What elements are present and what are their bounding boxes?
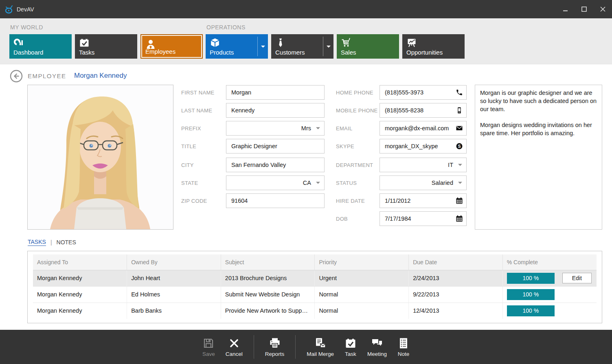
mobile-phone-icon bbox=[456, 107, 463, 114]
ribbon-button-dashboard[interactable]: Dashboard bbox=[9, 34, 72, 59]
calendar-icon bbox=[456, 215, 463, 222]
back-arrow-icon bbox=[10, 70, 23, 83]
ribbon-button-employees[interactable]: Employees bbox=[140, 34, 203, 59]
department-dropdown[interactable]: IT bbox=[379, 158, 467, 172]
email-icon bbox=[456, 125, 463, 132]
skype-field[interactable]: morgank_DX_skype S bbox=[379, 139, 467, 153]
mobile-phone-label: MOBILE PHONE bbox=[336, 107, 379, 114]
toolbar-separator bbox=[254, 335, 254, 359]
table-row[interactable]: Morgan Kennedy Ed Holmes Submit New Webs… bbox=[33, 286, 597, 303]
products-dropdown-arrow[interactable] bbox=[257, 37, 268, 56]
tab-separator: | bbox=[50, 239, 52, 246]
column-header-priority[interactable]: Priority bbox=[315, 254, 409, 270]
dob-label: DOB bbox=[336, 216, 379, 222]
hire-date-field[interactable]: 1/11/2012 bbox=[379, 193, 467, 208]
minimize-button[interactable] bbox=[556, 0, 575, 18]
email-field[interactable]: morgank@dx-email.com bbox=[379, 121, 467, 136]
meeting-button[interactable]: Meeting bbox=[362, 337, 392, 357]
first-name-field[interactable]: Morgan bbox=[226, 85, 325, 100]
column-header-due-date[interactable]: Due Date bbox=[409, 254, 503, 270]
edit-button[interactable]: Edit bbox=[562, 273, 592, 283]
entity-label: EMPLOYEE bbox=[28, 72, 66, 79]
column-header-owned-by[interactable]: Owned By bbox=[127, 254, 221, 270]
table-row[interactable]: Morgan Kennedy John Heart 2013 Brochure … bbox=[33, 270, 597, 286]
home-phone-label: HOME PHONE bbox=[336, 90, 379, 96]
form-column-right: HOME PHONE (818)555-3973 MOBILE PHONE (8… bbox=[336, 85, 467, 229]
ribbon-button-tasks[interactable]: Tasks bbox=[75, 34, 137, 59]
zip-code-label: ZIP CODE bbox=[181, 198, 226, 204]
mail-merge-icon bbox=[314, 337, 327, 349]
dob-field[interactable]: 7/17/1984 bbox=[379, 211, 467, 226]
hire-date-label: HIRE DATE bbox=[336, 198, 379, 204]
column-header-subject[interactable]: Subject bbox=[221, 254, 315, 270]
mail-merge-button[interactable]: Mail Merge bbox=[301, 337, 339, 357]
note-button[interactable]: Note bbox=[392, 337, 415, 357]
customers-dropdown-arrow[interactable] bbox=[323, 37, 333, 56]
task-calendar-icon bbox=[344, 337, 357, 349]
city-label: CITY bbox=[181, 162, 226, 168]
chevron-down-icon bbox=[458, 164, 462, 166]
cancel-button[interactable]: Cancel bbox=[220, 337, 248, 357]
department-label: DEPARTMENT bbox=[336, 162, 379, 168]
tab-tasks[interactable]: TASKS bbox=[28, 239, 46, 246]
phone-icon bbox=[456, 89, 463, 96]
tasks-icon bbox=[79, 37, 90, 48]
dashboard-icon bbox=[13, 37, 24, 48]
save-button[interactable]: Save bbox=[197, 337, 220, 357]
last-name-field[interactable]: Kennedy bbox=[226, 103, 325, 118]
app-title: DevAV bbox=[17, 6, 34, 13]
tab-notes[interactable]: NOTES bbox=[57, 239, 76, 246]
email-label: EMAIL bbox=[336, 125, 379, 132]
title-field[interactable]: Graphic Designer bbox=[226, 139, 325, 153]
notes-paragraph: Morgan designs wedding invitations on he… bbox=[480, 121, 597, 137]
note-icon bbox=[397, 337, 410, 349]
bottom-toolbar: Save Cancel Reports Mail Merge bbox=[0, 330, 612, 364]
chevron-down-icon bbox=[458, 182, 462, 184]
employee-name: Morgan Kennedy bbox=[74, 72, 127, 80]
maximize-icon bbox=[581, 7, 587, 12]
cancel-icon bbox=[228, 337, 240, 349]
ribbon-button-customers[interactable]: Customers bbox=[271, 34, 333, 59]
ribbon-button-sales[interactable]: Sales bbox=[337, 34, 399, 59]
employee-portrait-illustration bbox=[28, 85, 173, 229]
last-name-label: LAST NAME bbox=[181, 107, 226, 114]
ribbon-group-my-world: MY WORLD Dashboard Tasks bbox=[9, 18, 203, 59]
form-column-left: FIRST NAME Morgan LAST NAME Kennedy PREF… bbox=[181, 85, 325, 211]
mobile-phone-field[interactable]: (818)555-8238 bbox=[379, 103, 467, 118]
ribbon-group-label: MY WORLD bbox=[10, 24, 203, 31]
devav-logo-icon bbox=[4, 4, 14, 14]
tasks-grid-panel: Assigned To Owned By Subject Priority Du… bbox=[27, 251, 602, 323]
calendar-icon bbox=[456, 197, 463, 204]
status-dropdown[interactable]: Salaried bbox=[379, 175, 467, 190]
ribbon-button-opportunities[interactable]: Opportunities bbox=[402, 34, 465, 59]
state-label: STATE bbox=[181, 180, 226, 186]
close-icon bbox=[600, 7, 605, 12]
customers-icon bbox=[275, 37, 286, 48]
home-phone-field[interactable]: (818)555-3973 bbox=[379, 85, 467, 100]
table-row[interactable]: Morgan Kennedy Barb Banks Provide New Ar… bbox=[33, 303, 597, 319]
title-bar: DevAV bbox=[0, 0, 612, 18]
svg-text:S: S bbox=[458, 144, 461, 149]
chevron-down-icon bbox=[261, 46, 265, 48]
employee-notes-panel[interactable]: Morgan is our graphic designer and we ar… bbox=[475, 85, 602, 230]
chevron-down-icon bbox=[316, 182, 320, 184]
back-button[interactable] bbox=[10, 70, 23, 83]
employee-photo bbox=[27, 85, 173, 230]
ribbon-group-operations: OPERATIONS Products Customers bbox=[206, 18, 465, 59]
ribbon-button-products[interactable]: Products bbox=[206, 34, 268, 59]
city-field[interactable]: San Fernando Valley bbox=[226, 158, 325, 172]
column-header-percent-complete[interactable]: % Complete bbox=[502, 254, 597, 270]
progress-badge: 100 % bbox=[507, 305, 555, 316]
reports-button[interactable]: Reports bbox=[260, 337, 290, 357]
notes-paragraph: Morgan is our graphic designer and we ar… bbox=[480, 89, 597, 113]
prefix-dropdown[interactable]: Mrs bbox=[226, 121, 325, 136]
zip-code-field[interactable]: 91604 bbox=[226, 193, 325, 208]
state-dropdown[interactable]: CA bbox=[226, 175, 325, 190]
employee-detail-view: EMPLOYEE Morgan Kennedy bbox=[0, 65, 612, 330]
maximize-button[interactable] bbox=[575, 0, 593, 18]
reports-printer-icon bbox=[269, 337, 281, 349]
close-button[interactable] bbox=[593, 0, 612, 18]
column-header-assigned-to[interactable]: Assigned To bbox=[33, 254, 127, 270]
task-button[interactable]: Task bbox=[339, 337, 362, 357]
first-name-label: FIRST NAME bbox=[181, 90, 226, 96]
